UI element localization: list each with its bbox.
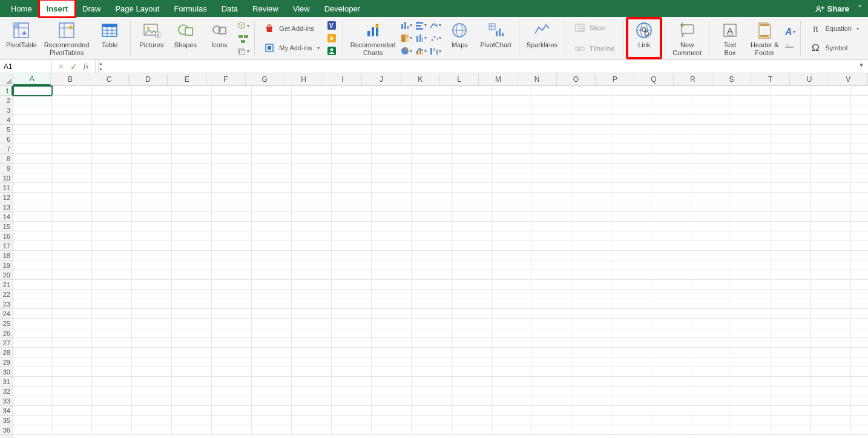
cell[interactable] <box>452 241 492 251</box>
cell[interactable] <box>292 387 332 396</box>
cell[interactable] <box>691 241 731 251</box>
symbol-button[interactable]: Ω Symbol <box>806 41 862 55</box>
cell[interactable] <box>771 164 811 173</box>
cell[interactable] <box>452 115 492 125</box>
cell[interactable] <box>172 154 212 164</box>
cell[interactable] <box>691 328 731 338</box>
cell[interactable] <box>132 328 172 338</box>
cell[interactable] <box>771 377 811 387</box>
cell[interactable] <box>412 416 452 425</box>
cell[interactable] <box>412 173 452 183</box>
cell[interactable] <box>92 96 132 105</box>
cell[interactable] <box>811 222 851 231</box>
cell[interactable] <box>851 319 868 328</box>
cell[interactable] <box>252 241 292 251</box>
row-header[interactable]: 15 <box>0 222 13 231</box>
cell[interactable] <box>372 173 412 183</box>
cell[interactable] <box>571 290 611 299</box>
cell[interactable] <box>212 290 252 299</box>
cell[interactable] <box>92 319 132 328</box>
cell[interactable] <box>52 425 92 435</box>
cell[interactable] <box>132 164 172 173</box>
cell[interactable] <box>252 299 292 309</box>
cell[interactable] <box>811 367 851 377</box>
cell[interactable] <box>492 290 531 299</box>
cell[interactable] <box>372 367 412 377</box>
cell[interactable] <box>452 270 492 280</box>
cell[interactable] <box>811 212 851 222</box>
cell[interactable] <box>571 260 611 270</box>
tab-data[interactable]: Data <box>214 0 245 17</box>
cell[interactable] <box>571 396 611 406</box>
cell[interactable] <box>212 144 252 154</box>
row-header[interactable]: 7 <box>0 144 13 154</box>
cell[interactable] <box>851 105 868 115</box>
cell[interactable] <box>731 222 771 231</box>
cell[interactable] <box>132 338 172 348</box>
cell[interactable] <box>52 212 92 222</box>
cell[interactable] <box>452 299 492 309</box>
cell[interactable] <box>691 338 731 348</box>
cell[interactable] <box>52 357 92 367</box>
cell[interactable] <box>531 290 571 299</box>
cell[interactable] <box>292 251 332 260</box>
cell[interactable] <box>13 212 52 222</box>
cell[interactable] <box>531 134 571 144</box>
cell[interactable] <box>571 367 611 377</box>
cell[interactable] <box>531 367 571 377</box>
cell[interactable] <box>811 231 851 241</box>
cell[interactable] <box>132 299 172 309</box>
cell[interactable] <box>52 231 92 241</box>
cell[interactable] <box>13 328 52 338</box>
cell[interactable] <box>771 173 811 183</box>
cell[interactable] <box>412 377 452 387</box>
cell[interactable] <box>492 202 531 212</box>
cell[interactable] <box>771 425 811 435</box>
signature-line-button[interactable] <box>783 39 795 51</box>
cell[interactable] <box>492 183 531 193</box>
cell[interactable] <box>691 222 731 231</box>
cell[interactable] <box>691 193 731 202</box>
tab-developer[interactable]: Developer <box>317 0 367 17</box>
cell[interactable] <box>292 396 332 406</box>
cell[interactable] <box>412 406 452 416</box>
tab-home[interactable]: Home <box>4 0 39 17</box>
cell[interactable] <box>13 202 52 212</box>
cell[interactable] <box>571 134 611 144</box>
cell[interactable] <box>651 387 691 396</box>
cell[interactable] <box>691 406 731 416</box>
cell[interactable] <box>492 105 531 115</box>
cell[interactable] <box>212 338 252 348</box>
cell[interactable] <box>851 338 868 348</box>
cell[interactable] <box>492 357 531 367</box>
cell[interactable] <box>531 299 571 309</box>
cell[interactable] <box>92 406 132 416</box>
cell[interactable] <box>611 144 651 154</box>
cell[interactable] <box>492 125 531 134</box>
cell[interactable] <box>332 406 372 416</box>
cell[interactable] <box>452 416 492 425</box>
cell[interactable] <box>132 387 172 396</box>
cell[interactable] <box>332 144 372 154</box>
row-header[interactable]: 3 <box>0 105 13 115</box>
cell[interactable] <box>92 416 132 425</box>
cell[interactable] <box>731 299 771 309</box>
row-header[interactable]: 33 <box>0 396 13 406</box>
row-header[interactable]: 23 <box>0 299 13 309</box>
cell[interactable] <box>452 134 492 144</box>
cell[interactable] <box>531 338 571 348</box>
cell[interactable] <box>771 299 811 309</box>
cell[interactable] <box>212 115 252 125</box>
cell[interactable] <box>372 260 412 270</box>
cell[interactable] <box>531 416 571 425</box>
cell[interactable] <box>651 290 691 299</box>
cell[interactable] <box>651 231 691 241</box>
cell[interactable] <box>13 173 52 183</box>
cell[interactable] <box>212 280 252 290</box>
cell[interactable] <box>771 96 811 105</box>
cell[interactable] <box>691 387 731 396</box>
cell[interactable] <box>172 193 212 202</box>
cell[interactable] <box>13 309 52 319</box>
cell[interactable] <box>811 96 851 105</box>
row-header[interactable]: 26 <box>0 328 13 338</box>
